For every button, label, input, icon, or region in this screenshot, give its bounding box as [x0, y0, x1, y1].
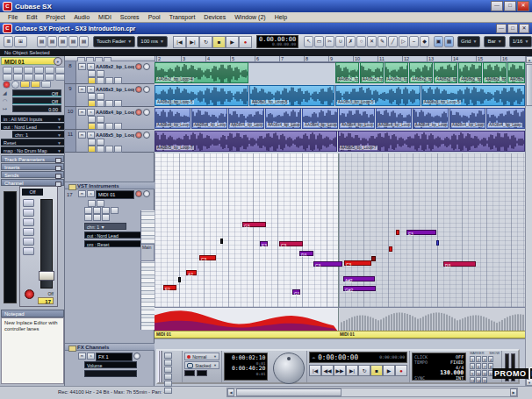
- menu-edit[interactable]: Edit: [22, 14, 41, 20]
- solo-button[interactable]: s: [87, 132, 95, 139]
- midi-note[interactable]: A2: [186, 270, 197, 275]
- tool-zoom-button[interactable]: ○: [356, 36, 366, 47]
- cycle-mode-dropdown[interactable]: Stacked▼: [184, 361, 219, 369]
- marker-3[interactable]: 3: [482, 356, 487, 362]
- delay-slider[interactable]: 0.00: [12, 105, 61, 112]
- rewind-button[interactable]: ◀◀: [321, 365, 334, 376]
- channel-record-button[interactable]: [25, 289, 34, 299]
- vst-instruments-folder[interactable]: VST Instruments: [65, 182, 155, 189]
- midi-note[interactable]: D3: [443, 261, 476, 267]
- audio-event[interactable]: AA08x2_bp_Loop: [434, 62, 457, 83]
- left-locator[interactable]: 0:00:02:10: [226, 355, 266, 361]
- punch-in-led[interactable]: [184, 370, 195, 376]
- jog-shuttle-wheel[interactable]: [273, 353, 305, 384]
- marker-15[interactable]: 15: [482, 377, 487, 383]
- audio-event[interactable]: AA08x2_bp_Loop: [360, 62, 384, 83]
- record-mode-dropdown[interactable]: Normal▼: [184, 353, 219, 360]
- audio-event[interactable]: AA08x2_bp_Loop: [507, 62, 525, 83]
- menu-help[interactable]: Help: [270, 14, 291, 20]
- fx-track-name[interactable]: FX 1: [96, 353, 133, 361]
- fx-edit-button[interactable]: [133, 353, 140, 360]
- mute-button[interactable]: m: [78, 86, 86, 93]
- midi-btn-5[interactable]: [102, 207, 110, 214]
- menu-scores[interactable]: Scores: [116, 14, 144, 20]
- locators-display[interactable]: 0:00:02:10 0:01 0:00:40:20 0:01: [224, 353, 269, 381]
- punch-out-led[interactable]: [197, 370, 207, 376]
- track-btn[interactable]: [97, 100, 104, 107]
- audio-event[interactable]: AA08x2_bp_Loop: [385, 62, 408, 83]
- inspector-btn-a1[interactable]: [3, 67, 12, 74]
- fx-channels-folder[interactable]: FX Channels: [65, 343, 155, 351]
- midi-monitor-button[interactable]: [143, 190, 150, 197]
- cycle-button[interactable]: ↻: [199, 36, 212, 48]
- record-enable-button[interactable]: [135, 132, 142, 139]
- audio-event[interactable]: AA08x4_bp_Loop: [302, 108, 338, 129]
- track-btn[interactable]: [114, 100, 122, 107]
- project-titlebar[interactable]: C Cubase SX Project - SX3 Introduction.c…: [0, 23, 532, 34]
- read-button[interactable]: [88, 146, 96, 153]
- monitor-button[interactable]: [143, 63, 150, 70]
- channel-strip-btn-6[interactable]: [23, 247, 34, 255]
- project-close-button[interactable]: ✕: [519, 24, 529, 33]
- menu-devices[interactable]: Devices: [199, 14, 230, 20]
- track-btn[interactable]: [105, 146, 113, 153]
- scroll-left-arrow[interactable]: ◀: [227, 388, 234, 396]
- marker-1[interactable]: 1: [470, 356, 475, 362]
- midi-btn-3[interactable]: [84, 207, 92, 214]
- layout-toggle-5[interactable]: ▤: [79, 36, 89, 47]
- marker-13[interactable]: 13: [470, 377, 475, 383]
- fx-mute-button[interactable]: m: [78, 353, 86, 360]
- inplace-keyboard[interactable]: [140, 210, 155, 330]
- grid-type-dropdown[interactable]: Bar▼: [484, 36, 505, 47]
- inspector-btn-b2[interactable]: [13, 74, 23, 81]
- automation-mode-dropdown[interactable]: Touch Fader▼: [93, 36, 135, 47]
- tool-color-button[interactable]: ◆: [420, 36, 429, 47]
- read-button[interactable]: [88, 123, 96, 130]
- menu-window[interactable]: Window (2): [230, 14, 270, 20]
- section-inserts[interactable]: Inserts: [1, 163, 64, 170]
- velocity-area-unselected[interactable]: [338, 308, 525, 331]
- section-sends[interactable]: Sends: [1, 171, 64, 178]
- midi-btn-4[interactable]: [93, 207, 101, 214]
- automation-time-dropdown[interactable]: 100 ms▼: [137, 36, 168, 47]
- audio-event[interactable]: AA08x3_bp_Loop-5: [335, 85, 421, 106]
- layout-toggle-4[interactable]: ▤: [68, 36, 78, 47]
- menu-file[interactable]: File: [4, 14, 22, 20]
- audio-event[interactable]: AA08x2_bp_Loop-4: [155, 62, 248, 83]
- midi-btn-1[interactable]: [88, 200, 96, 207]
- menu-transport[interactable]: Transport: [165, 14, 200, 20]
- track-btn[interactable]: [88, 70, 96, 77]
- tool-scrub-button[interactable]: ~: [409, 36, 419, 47]
- midi-note[interactable]: [389, 246, 392, 252]
- inspector-btn-a5[interactable]: [45, 67, 54, 74]
- notepad-body[interactable]: New Inplace Editor with controller lanes: [1, 317, 64, 384]
- tool-glue-button[interactable]: ∪: [335, 36, 345, 47]
- horizontal-scrollbar[interactable]: ◀ ▶: [226, 388, 518, 397]
- tool-draw-button[interactable]: ✎: [377, 36, 387, 47]
- notepad-header[interactable]: Notepad: [1, 310, 64, 317]
- midi-part-strip[interactable]: MIDI 01MIDI 01: [155, 331, 525, 338]
- track-row-9[interactable]: 9msAA08x3_bp_Loop: [65, 84, 155, 107]
- track-btn[interactable]: [88, 116, 96, 123]
- track-btn[interactable]: [97, 139, 104, 146]
- midi-btn-6[interactable]: [111, 207, 119, 214]
- tool-split-button[interactable]: ✂: [325, 36, 334, 47]
- scroll-up-arrow[interactable]: ▲: [526, 56, 532, 63]
- track-btn[interactable]: [88, 139, 96, 146]
- midi-note[interactable]: A#2: [343, 276, 375, 281]
- midi-note[interactable]: F3: [406, 230, 436, 235]
- midi-note[interactable]: [436, 240, 439, 246]
- timeline-ruler[interactable]: 234567891011121314151617: [155, 56, 525, 62]
- midi-note[interactable]: C3: [344, 260, 371, 266]
- audio-event[interactable]: AA08x5_bp_Loop-7: [338, 131, 525, 152]
- channel-strip-btn-3[interactable]: [23, 218, 34, 226]
- click-tempo-display[interactable]: CLICKOFF TEMPOFIXED 4/4 130.000 SYNCINT: [412, 353, 466, 381]
- track-btn[interactable]: [105, 123, 113, 130]
- vertical-scrollbar[interactable]: ▲ ▼: [525, 56, 532, 386]
- inspector-btn-a3[interactable]: [24, 67, 33, 74]
- write-automation-button[interactable]: [31, 81, 40, 88]
- project-restore-button[interactable]: □: [507, 24, 518, 33]
- midi-note[interactable]: [371, 256, 376, 261]
- track-btn[interactable]: [97, 146, 104, 153]
- track-btn[interactable]: [97, 70, 104, 77]
